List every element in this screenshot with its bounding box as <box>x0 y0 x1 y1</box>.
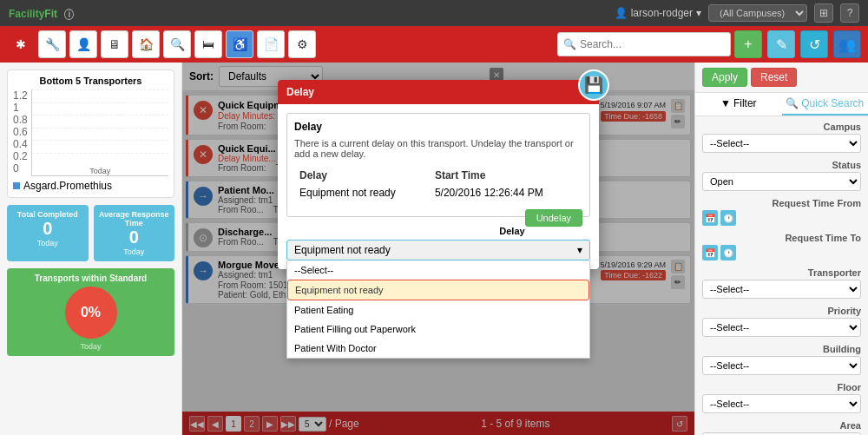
gridline <box>32 89 168 90</box>
clock-icon-btn-2[interactable]: 🕐 <box>720 245 736 260</box>
nav-icon-search[interactable]: 🔍 <box>163 30 191 58</box>
nav-icon-wheelchair[interactable]: ♿ <box>226 30 253 58</box>
dropdown-option-equipment[interactable]: Equipment not ready <box>287 280 589 300</box>
chart-title: Bottom 5 Transporters <box>13 76 168 86</box>
chart-xlabel: Today <box>32 167 168 175</box>
priority-select[interactable]: --Select-- <box>702 318 861 337</box>
request-time-from-row: Request Time From 📅 🕐 <box>702 198 861 226</box>
help-icon-btn[interactable]: ? <box>840 3 859 23</box>
save-icon-btn[interactable]: 💾 <box>578 69 609 101</box>
user-dropdown-arrow: ▾ <box>696 7 701 19</box>
nav-icon-doc[interactable]: 📄 <box>257 30 285 58</box>
users-button[interactable]: 👥 <box>833 30 861 58</box>
transporter-filter-row: Transporter --Select-- <box>702 267 861 299</box>
filter-section: Campus --Select-- Status Open Request Ti… <box>695 116 868 435</box>
nav-icon-asterisk[interactable]: ✱ <box>7 30 35 58</box>
modal-body: Delay There is a current delay on this t… <box>278 104 599 269</box>
chart-area: 1.2 1 0.8 0.6 0.4 0.2 0 Today <box>13 89 168 176</box>
delay-description: There is a current delay on this transpo… <box>294 138 582 159</box>
dropdown-chevron-icon: ▾ <box>577 244 582 256</box>
grid-icon-btn[interactable]: ⊞ <box>814 3 833 23</box>
nav-icon-home[interactable]: 🏠 <box>132 30 160 58</box>
delay-col-header: Delay <box>296 168 430 183</box>
transport-today: Today <box>12 342 169 351</box>
y-label-1: 1.2 <box>13 89 28 102</box>
quick-search-tab-label: Quick Search <box>801 97 864 109</box>
request-time-from-label: Request Time From <box>702 198 861 208</box>
clock-icon-btn[interactable]: 🕐 <box>720 210 736 226</box>
status-select[interactable]: Open <box>702 172 861 191</box>
priority-filter-row: Priority --Select-- <box>702 306 861 337</box>
priority-label: Priority <box>702 306 861 316</box>
nav-icon-user[interactable]: 👤 <box>69 30 97 58</box>
avg-today: Today <box>99 247 170 256</box>
delay-dropdown-trigger[interactable]: Equipment not ready ▾ <box>286 240 590 260</box>
right-tabs: ▼ Filter 🔍 Quick Search <box>695 93 868 116</box>
calendar-icon-btn-2[interactable]: 📅 <box>702 245 718 260</box>
request-time-to-input: 📅 🕐 <box>702 245 861 260</box>
delay-section-title: Delay <box>294 121 582 133</box>
dropdown-options-list: --Select-- Equipment not ready Patient E… <box>286 260 590 359</box>
nav-icon-wrench[interactable]: 🔧 <box>38 30 66 58</box>
campus-select[interactable]: --Select-- <box>702 134 861 153</box>
add-button[interactable]: + <box>734 30 762 58</box>
gridline <box>32 140 168 141</box>
avg-response-label: Average Response Time <box>99 210 170 227</box>
search-box[interactable]: 🔍 <box>557 32 731 56</box>
y-label-7: 0 <box>13 162 28 175</box>
edit-button[interactable]: ✎ <box>767 30 795 58</box>
start-time-col-header: Start Time <box>431 168 581 183</box>
tab-quick-search[interactable]: 🔍 Quick Search <box>782 93 869 115</box>
undelay-button[interactable]: Undelay <box>525 209 582 227</box>
avg-response-box: Average Response Time 0 Today <box>94 205 175 261</box>
search-icon: 🔍 <box>563 38 576 50</box>
transport-standard-title: Transports within Standard <box>12 274 169 283</box>
y-label-5: 0.4 <box>13 138 28 150</box>
floor-select[interactable]: --Select-- <box>702 394 861 413</box>
tab-filter[interactable]: ▼ Filter <box>695 93 782 115</box>
delay-modal: Delay ✕ 💾 Delay There is a current delay… <box>278 80 599 269</box>
building-select[interactable]: --Select-- <box>702 356 861 375</box>
modal-header: Delay ✕ <box>278 80 599 104</box>
refresh-button[interactable]: ↺ <box>800 30 828 58</box>
dropdown-option-paperwork[interactable]: Patient Filling out Paperwork <box>287 320 589 339</box>
left-sidebar: Bottom 5 Transporters 1.2 1 0.8 0.6 0.4 … <box>0 63 182 435</box>
delay-info-section: Delay There is a current delay on this t… <box>286 113 590 217</box>
icon-toolbar: ✱ 🔧 👤 🖥 🏠 🔍 🛏 ♿ 📄 ⚙ 🔍 + ✎ ↺ 👥 <box>0 26 868 63</box>
nav-icon-gear[interactable]: ⚙ <box>288 30 316 58</box>
legend-label: Asgard.Promethius <box>23 180 112 192</box>
dropdown-option-blank[interactable]: --Select-- <box>287 260 589 280</box>
chart-box: Bottom 5 Transporters 1.2 1 0.8 0.6 0.4 … <box>7 69 174 198</box>
nav-icon-bed[interactable]: 🛏 <box>194 30 222 58</box>
building-filter-row: Building --Select-- <box>702 344 861 375</box>
transporter-select[interactable]: --Select-- <box>702 280 861 299</box>
apply-button[interactable]: Apply <box>702 68 747 87</box>
delay-table: Delay Start Time Equipment not ready 5/2… <box>294 166 582 202</box>
search-input[interactable] <box>580 38 725 50</box>
nav-icon-monitor[interactable]: 🖥 <box>101 30 128 58</box>
dropdown-option-doctor[interactable]: Patient With Doctor <box>287 339 589 358</box>
request-time-to-label: Request Time To <box>702 233 861 243</box>
info-icon: i <box>64 9 74 20</box>
calendar-icon-btn[interactable]: 📅 <box>702 210 718 226</box>
filter-tab-label: Filter <box>733 97 757 109</box>
campus-filter-row: Campus --Select-- <box>702 122 861 153</box>
request-time-to-row: Request Time To 📅 🕐 <box>702 233 861 260</box>
chart-inner: Today <box>31 89 168 176</box>
logo-fit: Fit <box>44 8 57 20</box>
gridline <box>32 102 168 103</box>
right-panel: Apply Reset ▼ Filter 🔍 Quick Search Camp… <box>694 63 868 435</box>
y-label-6: 0.2 <box>13 150 28 162</box>
modal-overlay[interactable]: Delay ✕ 💾 Delay There is a current delay… <box>182 63 694 435</box>
user-indicator[interactable]: 👤 larson-rodger ▾ <box>615 7 701 19</box>
app-logo: FacilityFit i <box>9 5 74 21</box>
top-right-controls: 👤 larson-rodger ▾ (All Campuses) ⊞ ? <box>615 3 859 23</box>
building-label: Building <box>702 344 861 354</box>
dropdown-option-eating[interactable]: Patient Eating <box>287 300 589 320</box>
total-today: Today <box>12 239 83 247</box>
transporter-label: Transporter <box>702 267 861 278</box>
campus-selector[interactable]: (All Campuses) <box>708 4 807 22</box>
reset-button[interactable]: Reset <box>751 68 797 87</box>
toolbar-action-buttons: + ✎ ↺ 👥 <box>734 30 861 58</box>
floor-filter-row: Floor --Select-- <box>702 382 861 413</box>
